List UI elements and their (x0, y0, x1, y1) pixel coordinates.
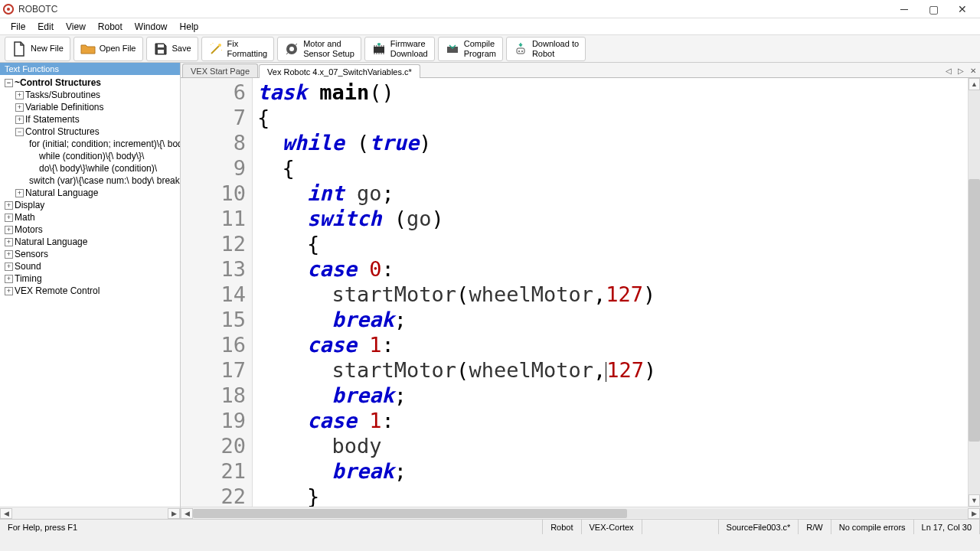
menu-window[interactable]: Window (129, 20, 174, 34)
app-icon (3, 4, 14, 15)
svg-point-9 (518, 51, 520, 52)
scroll-thumb[interactable] (193, 509, 627, 518)
tree-item[interactable]: +Variable Definitions (3, 101, 178, 113)
down-arrow-icon[interactable]: ▼ (969, 494, 980, 507)
expand-icon[interactable]: + (5, 214, 13, 222)
svg-point-3 (218, 44, 221, 47)
tree-root[interactable]: −~Control Structures (3, 77, 178, 89)
open-file-label: Open File (100, 44, 136, 53)
editor-hscroll[interactable]: ◀ ▶ (181, 507, 980, 519)
editor-panel: VEX Start Page Vex Robotc 4.x_07_SwitchV… (181, 63, 980, 519)
tree-leaf[interactable]: switch (var)\{\case num:\ body\ break;\\ (3, 174, 178, 187)
status-cursor-pos: Ln 17, Col 30 (914, 520, 980, 534)
save-icon (153, 41, 168, 57)
menu-help[interactable]: Help (174, 20, 205, 34)
expand-icon[interactable]: + (5, 287, 13, 295)
collapse-icon[interactable]: − (15, 128, 24, 136)
compile-program-button[interactable]: Compile Program (438, 37, 503, 61)
titlebar: ROBOTC ─ ▢ ✕ (0, 0, 980, 18)
expand-icon[interactable]: + (5, 238, 13, 246)
sidebar-hscroll[interactable]: ◀ ▶ (0, 507, 180, 519)
tab-close-icon[interactable]: ✕ (968, 65, 978, 76)
expand-icon[interactable]: + (15, 116, 24, 124)
tab-next-icon[interactable]: ▷ (956, 65, 966, 76)
tab-start-page[interactable]: VEX Start Page (182, 64, 258, 77)
tree-item[interactable]: +Motors (3, 223, 178, 236)
expand-icon[interactable]: + (5, 250, 13, 259)
scroll-track[interactable] (193, 509, 968, 518)
svg-rect-6 (374, 47, 384, 53)
menu-robot[interactable]: Robot (92, 20, 129, 34)
expand-icon[interactable]: + (5, 201, 13, 210)
compile-label: Compile Program (464, 39, 496, 57)
motor-sensor-label: Motor and Sensor Setup (303, 39, 354, 57)
firmware-label: Firmware Download (390, 39, 428, 57)
tab-source-file[interactable]: Vex Robotc 4.x_07_SwitchVariables.c* (259, 64, 420, 78)
up-arrow-icon[interactable]: ▲ (969, 78, 980, 90)
tree-item[interactable]: +VEX Remote Control (3, 285, 178, 297)
menubar: File Edit View Robot Window Help (0, 18, 980, 35)
status-errors: No compile errors (831, 520, 914, 534)
statusbar: For Help, press F1 Robot VEX-Cortex Sour… (0, 519, 980, 534)
sidebar: Text Functions −~Control Structures +Tas… (0, 63, 181, 519)
status-blank (642, 520, 719, 534)
scroll-thumb[interactable] (969, 179, 980, 442)
status-help: For Help, press F1 (0, 520, 543, 534)
tree-leaf[interactable]: do\{\ body\}\while (condition)\ (3, 162, 178, 174)
save-label: Save (172, 44, 191, 53)
left-arrow-icon[interactable]: ◀ (0, 508, 12, 519)
expand-icon[interactable]: + (5, 226, 13, 234)
function-tree[interactable]: −~Control Structures +Tasks/Subroutines … (0, 75, 180, 507)
tree-item[interactable]: +Timing (3, 272, 178, 285)
right-arrow-icon[interactable]: ▶ (168, 508, 180, 519)
compile-icon (445, 41, 460, 57)
window-title: ROBOTC (18, 4, 890, 15)
menu-view[interactable]: View (60, 20, 92, 34)
tree-item-control-structures[interactable]: −Control Structures (3, 126, 178, 138)
expand-icon[interactable]: + (15, 103, 24, 112)
code-editor[interactable]: task main(){ while (true) { int go; swit… (253, 78, 968, 507)
expand-icon[interactable]: + (15, 189, 24, 197)
close-button[interactable]: ✕ (948, 0, 977, 18)
tree-item[interactable]: +Math (3, 211, 178, 223)
maximize-button[interactable]: ▢ (919, 0, 948, 18)
tree-item[interactable]: +Display (3, 199, 178, 211)
motor-sensor-setup-button[interactable]: Motor and Sensor Setup (277, 37, 361, 61)
tabbar: VEX Start Page Vex Robotc 4.x_07_SwitchV… (181, 63, 980, 78)
collapse-icon[interactable]: − (5, 79, 13, 87)
tab-prev-icon[interactable]: ◁ (943, 65, 954, 76)
menu-file[interactable]: File (5, 20, 31, 34)
svg-point-10 (521, 51, 523, 52)
toolbar: New File Open File Save Fix Formatting M… (0, 35, 980, 63)
save-button[interactable]: Save (146, 37, 198, 61)
tree-leaf[interactable]: while (condition)\{\ body\}\ (3, 150, 178, 162)
tree-item[interactable]: +Tasks/Subroutines (3, 89, 178, 101)
left-arrow-icon[interactable]: ◀ (181, 508, 193, 519)
chip-download-icon (371, 41, 387, 57)
fix-formatting-button[interactable]: Fix Formatting (201, 37, 275, 61)
svg-rect-1 (158, 44, 164, 47)
tree-item[interactable]: +Sound (3, 260, 178, 272)
download-to-robot-button[interactable]: Download to Robot (506, 37, 586, 61)
open-file-button[interactable]: Open File (74, 37, 143, 61)
expand-icon[interactable]: + (5, 275, 13, 283)
line-number-gutter: 67891011121314151617181920212223 (181, 78, 253, 507)
status-source: SourceFile003.c* (719, 520, 799, 534)
svg-rect-2 (158, 50, 164, 54)
tree-item[interactable]: +Sensors (3, 248, 178, 260)
tree-item[interactable]: +If Statements (3, 113, 178, 126)
expand-icon[interactable]: + (5, 262, 13, 271)
editor-vscroll[interactable]: ▲ ▼ (968, 78, 980, 507)
tree-leaf[interactable]: for (initial; condition; increment)\{\ b… (3, 138, 178, 150)
scroll-track[interactable] (969, 90, 980, 494)
tree-item[interactable]: +Natural Language (3, 187, 178, 199)
minimize-button[interactable]: ─ (890, 0, 919, 18)
download-robot-label: Download to Robot (532, 39, 579, 57)
new-file-icon (11, 41, 27, 57)
expand-icon[interactable]: + (15, 91, 24, 99)
tree-item[interactable]: +Natural Language (3, 236, 178, 248)
menu-edit[interactable]: Edit (31, 20, 60, 34)
right-arrow-icon[interactable]: ▶ (968, 508, 980, 519)
firmware-download-button[interactable]: Firmware Download (364, 37, 435, 61)
new-file-button[interactable]: New File (5, 37, 70, 61)
